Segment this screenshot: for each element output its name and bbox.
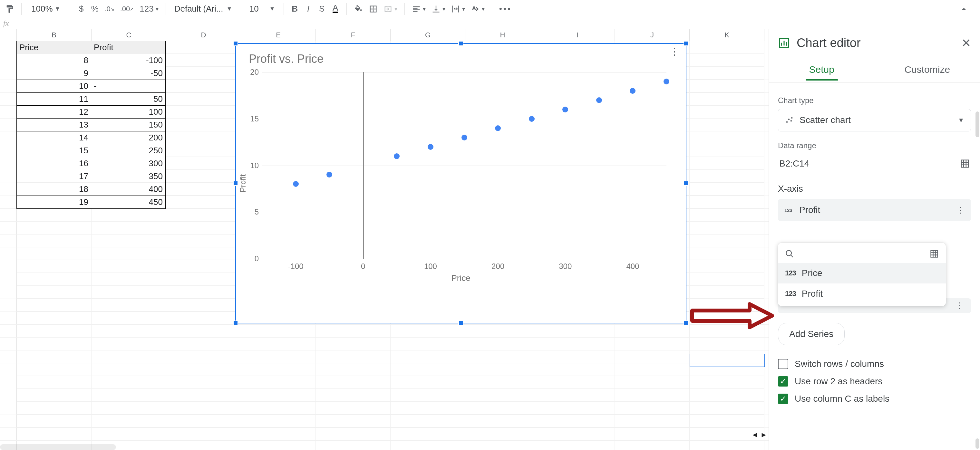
text-rotation-button[interactable]: ▾	[469, 3, 487, 16]
dropdown-option-price[interactable]: 123 Price	[778, 263, 946, 283]
panel-scrollbar[interactable]	[975, 439, 979, 449]
use-row2-checkbox[interactable]: ✓	[778, 376, 788, 386]
more-formats-label: 123	[140, 4, 153, 14]
font-family-select[interactable]: Default (Ari... ▼	[171, 4, 235, 14]
table-cell[interactable]: 300	[91, 157, 165, 170]
table-header-price[interactable]: Price	[16, 41, 91, 54]
table-cell[interactable]: 13	[16, 118, 91, 132]
bold-button[interactable]: B	[289, 3, 301, 16]
decrease-decimal-button[interactable]: .0↘	[102, 3, 116, 16]
chart-type-select[interactable]: Scatter chart ▼	[778, 109, 971, 132]
col-header[interactable]: B	[17, 29, 92, 41]
paint-format-button[interactable]	[3, 3, 16, 16]
resize-handle[interactable]	[233, 321, 238, 326]
resize-handle[interactable]	[458, 41, 463, 46]
borders-button[interactable]	[367, 3, 380, 16]
currency-button[interactable]: $	[75, 3, 87, 16]
data-range-value[interactable]: B2:C14	[779, 159, 809, 169]
resize-handle[interactable]	[458, 321, 463, 326]
resize-handle[interactable]	[684, 321, 689, 326]
spreadsheet-grid[interactable]: B C D E F G H I J K Price Profit 8-100 9…	[0, 29, 768, 450]
close-button[interactable]: ✕	[961, 37, 971, 50]
chart-icon	[778, 37, 790, 49]
tab-setup[interactable]: Setup	[769, 57, 875, 82]
text-wrap-button[interactable]: ▾	[449, 3, 467, 16]
table-cell[interactable]: 18	[16, 183, 91, 196]
fill-color-button[interactable]	[352, 3, 365, 16]
resize-handle[interactable]	[233, 181, 238, 186]
table-cell[interactable]: 400	[91, 183, 165, 196]
more-formats-button[interactable]: 123 ▾	[138, 3, 160, 16]
col-header[interactable]: I	[540, 29, 615, 41]
italic-button[interactable]: I	[302, 3, 314, 16]
zoom-value: 100%	[31, 4, 53, 14]
percent-button[interactable]: %	[89, 3, 100, 16]
col-header[interactable]: E	[241, 29, 316, 41]
table-cell[interactable]: 8	[16, 54, 91, 67]
text-color-button[interactable]: A	[330, 3, 341, 16]
chart-menu-button[interactable]: ⋮	[670, 49, 679, 54]
dropdown-option-profit[interactable]: 123 Profit	[778, 283, 946, 304]
xaxis-field-chip[interactable]: 123 Profit ⋮	[778, 199, 971, 221]
table-cell[interactable]: 17	[16, 170, 91, 183]
table-cell[interactable]: 19	[16, 196, 91, 209]
increase-decimal-button[interactable]: .00↗	[118, 3, 136, 16]
col-header[interactable]: K	[690, 29, 764, 41]
table-cell[interactable]: 200	[91, 131, 165, 144]
vertical-align-button[interactable]: ▾	[430, 3, 447, 16]
zoom-select[interactable]: 100% ▼	[27, 4, 65, 14]
formula-bar[interactable]: fx	[0, 18, 980, 29]
table-cell[interactable]: 10	[16, 80, 91, 93]
panel-scrollbar[interactable]	[975, 111, 979, 137]
table-cell[interactable]: 14	[16, 131, 91, 144]
scatter-icon	[785, 116, 794, 125]
table-cell[interactable]: -50	[91, 67, 165, 80]
resize-handle[interactable]	[233, 41, 238, 46]
table-cell[interactable]: 150	[91, 118, 165, 132]
resize-handle[interactable]	[684, 41, 689, 46]
horizontal-scrollbar[interactable]	[0, 444, 116, 450]
table-cell[interactable]: 16	[16, 157, 91, 170]
switch-rows-checkbox[interactable]	[778, 359, 788, 369]
table-cell[interactable]: -100	[91, 54, 165, 67]
resize-handle[interactable]	[684, 181, 689, 186]
add-series-button[interactable]: Add Series	[778, 323, 845, 345]
col-header[interactable]: J	[615, 29, 690, 41]
col-header[interactable]: C	[92, 29, 166, 41]
chart-title: Profit vs. Price	[236, 44, 686, 69]
collapse-toolbar-button[interactable]	[958, 3, 970, 16]
more-options-button[interactable]: ⋮	[956, 208, 964, 211]
table-cell[interactable]: -	[91, 80, 165, 93]
use-row2-label: Use row 2 as headers	[795, 376, 882, 386]
tab-customize[interactable]: Customize	[875, 57, 980, 82]
table-cell[interactable]: 9	[16, 67, 91, 80]
table-cell[interactable]: 450	[91, 196, 165, 209]
col-header[interactable]: D	[166, 29, 241, 41]
table-cell[interactable]: 12	[16, 105, 91, 119]
table-cell[interactable]: 15	[16, 144, 91, 157]
strikethrough-button[interactable]: S	[316, 3, 328, 16]
more-button[interactable]: •••	[497, 3, 514, 16]
table-cell[interactable]: 100	[91, 105, 165, 119]
select-range-button[interactable]	[930, 249, 939, 258]
chevron-down-icon: ▾	[442, 5, 445, 13]
table-cell[interactable]: 350	[91, 170, 165, 183]
dropdown-option-label: Price	[802, 268, 822, 278]
embedded-chart[interactable]: ⋮ Profit vs. Price Profit 05101520-10001…	[235, 43, 686, 323]
col-header[interactable]: G	[391, 29, 465, 41]
font-size-select[interactable]: 10 ▼	[246, 4, 278, 14]
horizontal-align-button[interactable]: ▾	[410, 3, 428, 16]
more-options-button[interactable]: ⋮	[950, 304, 970, 307]
table-cell[interactable]: 50	[91, 92, 165, 106]
table-header-profit[interactable]: Profit	[91, 41, 165, 54]
col-header[interactable]: H	[465, 29, 540, 41]
search-icon[interactable]	[785, 249, 794, 258]
merge-cells-button[interactable]: ▾	[382, 3, 399, 16]
fx-icon: fx	[1, 19, 11, 28]
use-colC-checkbox[interactable]: ✓	[778, 394, 788, 404]
table-cell[interactable]: 250	[91, 144, 165, 157]
col-header[interactable]: F	[316, 29, 391, 41]
select-range-button[interactable]	[960, 159, 970, 169]
scroll-arrows[interactable]: ◄ ►	[751, 431, 767, 439]
table-cell[interactable]: 11	[16, 92, 91, 106]
